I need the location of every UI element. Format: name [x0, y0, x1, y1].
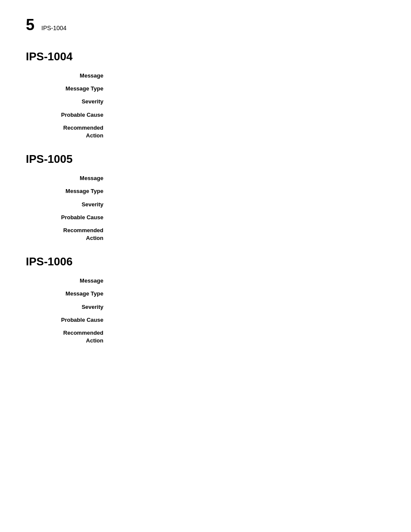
field-label-IPS-1004-0: Message — [26, 72, 112, 80]
section-title-IPS-1004: IPS-1004 — [26, 50, 385, 63]
field-label-IPS-1006-3: Probable Cause — [26, 316, 112, 324]
field-label-IPS-1006-1: Message Type — [26, 290, 112, 298]
field-row-IPS-1006-4: RecommendedAction — [26, 329, 385, 345]
field-label-IPS-1005-0: Message — [26, 174, 112, 182]
field-row-IPS-1005-2: Severity — [26, 201, 385, 208]
section-title-IPS-1005: IPS-1005 — [26, 152, 385, 166]
field-label-IPS-1004-2: Severity — [26, 98, 112, 106]
field-row-IPS-1005-0: Message — [26, 174, 385, 182]
field-label-IPS-1004-1: Message Type — [26, 85, 112, 93]
section-IPS-1005: IPS-1005MessageMessage TypeSeverityProba… — [26, 152, 385, 242]
field-row-IPS-1005-4: RecommendedAction — [26, 227, 385, 242]
field-row-IPS-1004-2: Severity — [26, 98, 385, 106]
field-label-IPS-1004-4: RecommendedAction — [26, 124, 112, 140]
field-row-IPS-1006-3: Probable Cause — [26, 316, 385, 324]
field-label-IPS-1005-2: Severity — [26, 201, 112, 208]
field-label-IPS-1004-3: Probable Cause — [26, 111, 112, 119]
field-row-IPS-1006-0: Message — [26, 277, 385, 285]
field-row-IPS-1004-1: Message Type — [26, 85, 385, 93]
section-title-IPS-1006: IPS-1006 — [26, 255, 385, 268]
page-subtitle: IPS-1004 — [41, 25, 66, 31]
sections-container: IPS-1004MessageMessage TypeSeverityProba… — [26, 50, 385, 345]
page-header: 5 IPS-1004 — [26, 17, 385, 33]
field-row-IPS-1005-1: Message Type — [26, 187, 385, 195]
field-row-IPS-1006-1: Message Type — [26, 290, 385, 298]
section-IPS-1004: IPS-1004MessageMessage TypeSeverityProba… — [26, 50, 385, 140]
field-row-IPS-1004-0: Message — [26, 72, 385, 80]
field-label-IPS-1006-2: Severity — [26, 303, 112, 311]
page-number: 5 — [26, 17, 34, 33]
field-row-IPS-1006-2: Severity — [26, 303, 385, 311]
field-label-IPS-1005-4: RecommendedAction — [26, 227, 112, 242]
field-label-IPS-1005-3: Probable Cause — [26, 214, 112, 221]
field-row-IPS-1004-4: RecommendedAction — [26, 124, 385, 140]
field-row-IPS-1005-3: Probable Cause — [26, 214, 385, 221]
section-IPS-1006: IPS-1006MessageMessage TypeSeverityProba… — [26, 255, 385, 345]
field-label-IPS-1005-1: Message Type — [26, 187, 112, 195]
field-label-IPS-1006-0: Message — [26, 277, 112, 285]
field-row-IPS-1004-3: Probable Cause — [26, 111, 385, 119]
field-label-IPS-1006-4: RecommendedAction — [26, 329, 112, 345]
